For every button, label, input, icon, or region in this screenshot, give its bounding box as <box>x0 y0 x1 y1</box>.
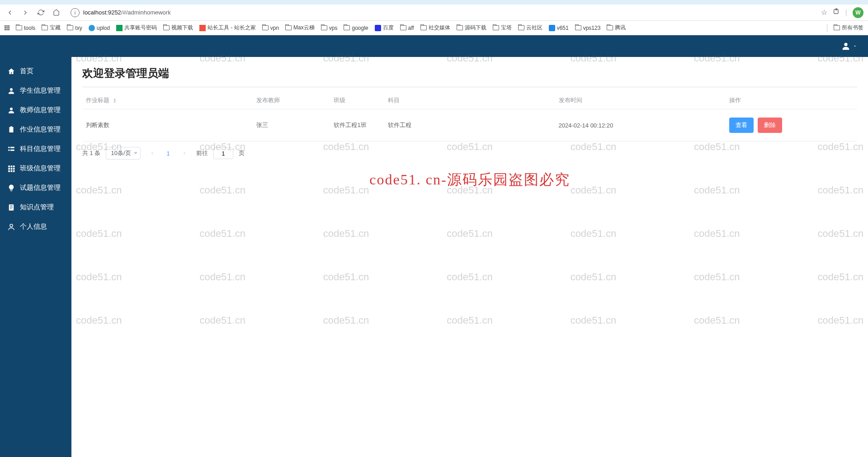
sidebar-item-teacher[interactable]: 教师信息管理 <box>0 100 71 120</box>
bookmark-item[interactable]: 社交媒体 <box>420 24 450 32</box>
svg-rect-7 <box>8 146 9 148</box>
home-icon <box>7 67 15 75</box>
user-icon <box>7 106 15 114</box>
cell-teacher: 张三 <box>253 109 330 141</box>
bookmarks-bar: tools 宝藏 txy uplod 共享账号密码 视频下载 站长工具 - 站长… <box>0 21 868 35</box>
folder-icon <box>518 25 524 30</box>
bookmark-item[interactable]: 视频下载 <box>163 24 193 32</box>
bulb-icon <box>7 184 15 192</box>
bookmark-item[interactable]: 源码下载 <box>457 24 486 32</box>
cell-actions: 查看 删除 <box>726 109 857 141</box>
site-info-icon[interactable]: i <box>71 8 80 17</box>
page-number[interactable]: 1 <box>164 150 173 157</box>
list-icon <box>7 145 15 153</box>
sidebar-item-class[interactable]: 班级信息管理 <box>0 159 71 178</box>
sidebar-label: 教师信息管理 <box>20 106 61 114</box>
bookmark-item[interactable]: vps123 <box>575 25 601 31</box>
bookmark-item[interactable]: 云社区 <box>518 24 542 32</box>
person-outline-icon <box>7 223 15 231</box>
back-button[interactable] <box>5 7 15 18</box>
browser-toolbar: i localhost:9252/#/adminhomework ☆ | W <box>0 5 868 21</box>
svg-rect-12 <box>11 165 13 167</box>
bookmark-item[interactable]: tools <box>16 25 35 31</box>
folder-icon <box>262 25 269 30</box>
sort-icon[interactable]: ▲▼ <box>113 98 117 104</box>
sidebar-label: 试题信息管理 <box>20 184 61 192</box>
bookmark-item[interactable]: google <box>344 25 368 31</box>
watermark-center: code51. cn-源码乐园盗图必究 <box>369 170 570 190</box>
chinaz-icon <box>199 25 206 31</box>
svg-point-3 <box>10 88 13 91</box>
svg-rect-18 <box>11 170 13 172</box>
bookmark-item[interactable]: vps <box>321 25 338 31</box>
bookmarks-divider <box>827 24 827 32</box>
folder-icon <box>67 25 73 30</box>
table-row: 判断素数 张三 软件工程1班 软件工程 2024-02-14 00:12:20 … <box>82 109 857 141</box>
person-icon <box>841 41 851 51</box>
sidebar-item-homework[interactable]: 作业信息管理 <box>0 120 71 139</box>
home-button[interactable] <box>51 7 61 18</box>
svg-rect-19 <box>13 170 15 172</box>
sidebar-label: 作业信息管理 <box>20 125 61 134</box>
sidebar-label: 班级信息管理 <box>20 164 61 173</box>
user-menu[interactable] <box>841 41 857 51</box>
bookmark-item[interactable]: uplod <box>89 25 110 31</box>
folder-icon <box>16 25 22 30</box>
all-bookmarks-button[interactable]: 所有书签 <box>834 24 863 32</box>
svg-rect-13 <box>13 165 15 167</box>
forward-button[interactable] <box>20 7 31 18</box>
sidebar-item-home[interactable]: 首页 <box>0 61 71 81</box>
folder-icon <box>834 25 840 30</box>
main-content: 欢迎登录管理员端 作业标题 ▲▼ 发布教师 班级 科目 发布时间 操作 判断素数 <box>71 57 868 457</box>
bookmark-item[interactable]: vpn <box>262 25 279 31</box>
next-page-button[interactable] <box>178 147 191 160</box>
th-subject: 科目 <box>384 92 555 109</box>
v651-icon <box>549 25 555 31</box>
bookmark-item[interactable]: 腾讯 <box>607 24 626 32</box>
sidebar-item-subject[interactable]: 科目信息管理 <box>0 139 71 159</box>
th-actions: 操作 <box>726 92 857 109</box>
svg-rect-11 <box>8 165 10 167</box>
extensions-icon[interactable] <box>833 8 840 17</box>
page-size-select[interactable]: 10条/页 <box>106 147 140 160</box>
cell-title: 判断素数 <box>82 109 253 141</box>
bookmark-item[interactable]: txy <box>67 25 82 31</box>
cell-class: 软件工程1班 <box>330 109 384 141</box>
cell-time: 2024-02-14 00:12:20 <box>555 109 726 141</box>
jump-page-input[interactable] <box>213 147 233 159</box>
sidebar-item-knowledge[interactable]: 知识点管理 <box>0 198 71 217</box>
profile-avatar[interactable]: W <box>853 7 863 18</box>
svg-rect-16 <box>13 168 15 170</box>
sidebar-item-profile[interactable]: 个人信息 <box>0 217 71 236</box>
bookmark-item[interactable]: v651 <box>549 25 569 31</box>
delete-button[interactable]: 删除 <box>758 118 782 133</box>
folder-icon <box>400 25 406 30</box>
th-teacher: 发布教师 <box>253 92 330 109</box>
app-header <box>0 35 868 57</box>
apps-button[interactable] <box>5 25 9 30</box>
bookmark-item[interactable]: 百度 <box>375 24 394 32</box>
svg-rect-9 <box>8 149 9 151</box>
jump-prefix: 前往 <box>196 149 208 157</box>
bookmark-item[interactable]: 宝藏 <box>42 24 61 32</box>
address-bar[interactable]: i localhost:9252/#/adminhomework <box>66 6 816 19</box>
prev-page-button[interactable] <box>146 147 159 160</box>
bookmark-item[interactable]: aff <box>400 25 414 31</box>
bookmark-item[interactable]: 宝塔 <box>493 24 512 32</box>
bookmark-item[interactable]: 共享账号密码 <box>116 24 157 32</box>
folder-icon <box>321 25 327 30</box>
reload-button[interactable] <box>35 7 46 18</box>
svg-point-21 <box>10 224 13 227</box>
view-button[interactable]: 查看 <box>729 118 754 133</box>
bookmark-item[interactable]: Max云梯 <box>285 24 315 32</box>
jump-suffix: 页 <box>239 149 245 157</box>
bookmark-star-icon[interactable]: ☆ <box>821 8 827 17</box>
pagination: 共 1 条 10条/页 1 前往 页 <box>82 147 857 160</box>
sidebar: 首页 学生信息管理 教师信息管理 作业信息管理 科目信息管理 班级信息管理 试题… <box>0 57 71 457</box>
sidebar-item-question[interactable]: 试题信息管理 <box>0 178 71 198</box>
grid-icon <box>7 165 15 173</box>
th-title[interactable]: 作业标题 ▲▼ <box>82 92 253 109</box>
pagination-total: 共 1 条 <box>82 149 100 157</box>
bookmark-item[interactable]: 站长工具 - 站长之家 <box>199 24 256 32</box>
sidebar-item-student[interactable]: 学生信息管理 <box>0 81 71 100</box>
